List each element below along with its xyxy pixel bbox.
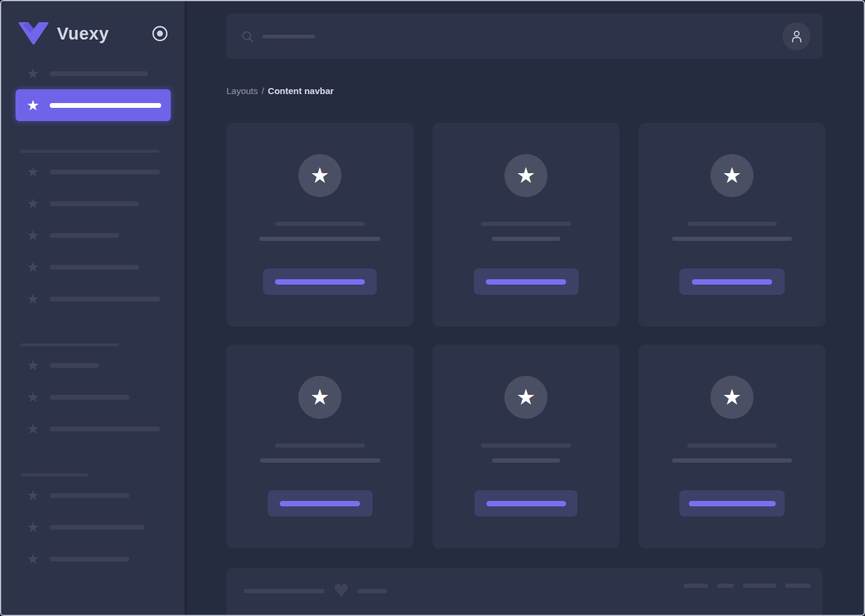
- button-label-skeleton: [275, 279, 365, 285]
- sidebar-item[interactable]: ★: [16, 543, 171, 575]
- star-icon: ★: [722, 165, 742, 186]
- card-subtitle-skeleton: [492, 237, 560, 241]
- footer-link-skeleton: [717, 584, 734, 588]
- sidebar-item[interactable]: ★: [16, 413, 171, 445]
- card-title-skeleton: [275, 443, 365, 448]
- card-action-button[interactable]: [474, 268, 579, 295]
- sidebar-item[interactable]: ★: [16, 381, 171, 413]
- footer-link-skeleton: [743, 584, 776, 588]
- star-icon: ★: [25, 422, 41, 436]
- star-icon: ★: [516, 165, 536, 186]
- card-action-button[interactable]: [263, 268, 377, 295]
- sidebar-item-label-skeleton: [50, 233, 119, 238]
- sidebar-item-label-skeleton: [50, 297, 160, 301]
- sidebar-item-active[interactable]: ★: [16, 89, 171, 121]
- button-label-skeleton: [692, 279, 772, 285]
- sidebar-section-header-skeleton: [20, 150, 159, 153]
- app-window: Vuexy ★★★★★★★★★★★★★: [0, 0, 865, 616]
- star-icon: ★: [310, 165, 329, 186]
- card: ★: [639, 345, 825, 548]
- card-subtitle-skeleton: [492, 458, 560, 463]
- card-subtitle-skeleton: [672, 237, 792, 241]
- card-avatar: ★: [710, 154, 754, 197]
- user-avatar-button[interactable]: [782, 22, 810, 50]
- sidebar-item[interactable]: ★: [16, 58, 171, 89]
- star-icon: ★: [25, 197, 41, 211]
- sidebar-nav: ★★★★★★★★★★★★★: [1, 58, 185, 575]
- star-icon: ★: [25, 260, 41, 274]
- card: ★: [432, 123, 619, 327]
- card-grid: ★★★★★★: [226, 123, 822, 548]
- sidebar-item[interactable]: ★: [16, 219, 171, 251]
- button-label-skeleton: [280, 501, 360, 506]
- card-avatar: ★: [710, 376, 754, 419]
- star-icon: ★: [25, 390, 41, 404]
- sidebar-item[interactable]: ★: [16, 511, 171, 543]
- card-subtitle-skeleton: [259, 237, 380, 241]
- star-icon: ★: [722, 386, 742, 408]
- card-avatar: ★: [298, 376, 341, 419]
- sidebar-item-label-skeleton: [50, 265, 139, 270]
- card-title-skeleton: [481, 222, 571, 226]
- card-action-button[interactable]: [679, 490, 785, 517]
- card-avatar: ★: [298, 154, 341, 197]
- top-navbar: [226, 14, 822, 59]
- breadcrumb-separator: /: [261, 86, 265, 96]
- star-icon: ★: [25, 520, 41, 535]
- button-label-skeleton: [486, 279, 566, 285]
- sidebar-item[interactable]: ★: [16, 251, 171, 283]
- main-content: Layouts / Content navbar ★★★★★★ ♥: [187, 1, 864, 615]
- sidebar: Vuexy ★★★★★★★★★★★★★: [1, 1, 187, 615]
- card-title-skeleton: [275, 222, 365, 226]
- sidebar-item[interactable]: ★: [16, 349, 171, 381]
- menu-pin-toggle-icon[interactable]: [151, 25, 169, 43]
- sidebar-item-label-skeleton: [50, 170, 160, 174]
- card: ★: [639, 123, 825, 327]
- breadcrumb-current-page: Content navbar: [268, 86, 334, 96]
- logo-row: Vuexy: [1, 1, 185, 46]
- sidebar-item-label-skeleton: [50, 363, 99, 368]
- sidebar-section-header-skeleton: [20, 343, 119, 346]
- sidebar-item-label-skeleton: [50, 427, 160, 431]
- card-action-button[interactable]: [679, 268, 785, 295]
- star-icon: ★: [25, 488, 41, 503]
- star-icon: ★: [25, 165, 41, 179]
- card-action-button[interactable]: [268, 490, 373, 517]
- sidebar-item[interactable]: ★: [16, 156, 171, 188]
- star-icon: ★: [25, 98, 41, 113]
- sidebar-item-label-skeleton: [50, 493, 129, 498]
- search-icon: [241, 30, 254, 43]
- card: ★: [432, 345, 619, 548]
- star-icon: ★: [310, 386, 329, 408]
- breadcrumb-link-layouts[interactable]: Layouts: [226, 86, 258, 96]
- heart-icon: ♥: [333, 584, 349, 598]
- sidebar-item[interactable]: ★: [16, 479, 171, 511]
- footer-link-skeleton: [785, 584, 810, 588]
- card: ★: [226, 123, 413, 327]
- sidebar-section-header-skeleton: [20, 473, 88, 476]
- sidebar-item-label-skeleton: [50, 395, 129, 400]
- card-title-skeleton: [481, 443, 571, 448]
- search-input[interactable]: [241, 30, 782, 43]
- sidebar-item[interactable]: ★: [16, 283, 171, 315]
- star-icon: ★: [516, 386, 536, 408]
- star-icon: ★: [25, 67, 41, 81]
- sidebar-item-label-skeleton: [50, 103, 161, 108]
- sidebar-item-label-skeleton: [50, 557, 129, 561]
- star-icon: ★: [25, 358, 41, 373]
- sidebar-item-label-skeleton: [50, 71, 148, 76]
- card: ★: [226, 345, 413, 548]
- card-avatar: ★: [504, 154, 548, 197]
- footer-right: [675, 584, 810, 588]
- card-avatar: ★: [504, 376, 548, 419]
- star-icon: ★: [25, 228, 41, 243]
- sidebar-item-label-skeleton: [50, 525, 144, 530]
- person-icon: [789, 29, 804, 44]
- star-icon: ★: [25, 292, 41, 306]
- footer-link-skeleton: [683, 584, 708, 588]
- app-title: Vuexy: [57, 24, 109, 44]
- sidebar-item[interactable]: ★: [16, 188, 171, 219]
- card-action-button[interactable]: [474, 490, 577, 517]
- footer-left: ♥: [244, 584, 387, 598]
- vuexy-logo-icon: [18, 22, 49, 46]
